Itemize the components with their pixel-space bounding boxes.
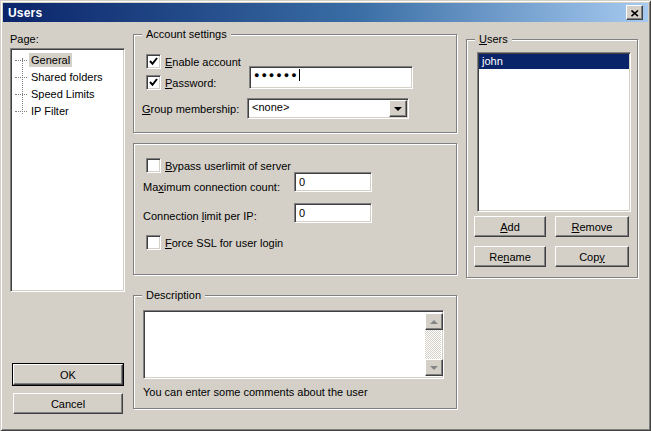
page-item-shared-folders[interactable]: Shared folders	[15, 69, 105, 85]
tree-dash-icon	[15, 94, 27, 95]
ok-button[interactable]: OK	[13, 364, 123, 385]
password-masked-value: ●●●●●●	[254, 70, 299, 80]
password-checkbox[interactable]	[146, 75, 161, 90]
page-item-general[interactable]: General	[15, 52, 72, 68]
page-item-speed-limits[interactable]: Speed Limits	[15, 86, 97, 102]
users-dialog: Users Page: General Shared folders Speed…	[0, 0, 651, 431]
description-hint: You can enter some comments about the us…	[143, 386, 368, 399]
tree-dash-icon	[15, 77, 27, 78]
force-ssl-checkbox[interactable]	[146, 235, 161, 250]
cancel-button[interactable]: Cancel	[13, 393, 123, 414]
remove-user-label: Remove	[572, 221, 613, 233]
page-label: Page:	[10, 33, 39, 46]
users-list[interactable]: john	[477, 52, 631, 212]
page-list[interactable]: General Shared folders Speed Limits IP F…	[10, 48, 125, 292]
checkmark-icon	[149, 57, 158, 66]
enable-account-checkbox[interactable]	[146, 54, 161, 69]
page-item-label: Speed Limits	[29, 87, 97, 101]
arrow-down-icon	[430, 366, 438, 370]
tree-dash-icon	[15, 60, 27, 61]
dropdown-button[interactable]	[389, 100, 407, 117]
group-membership-select[interactable]: <none>	[247, 98, 409, 119]
force-ssl-label: Force SSL for user login	[165, 237, 283, 250]
rename-user-label: Rename	[489, 251, 531, 263]
copy-user-label: Copy	[579, 251, 605, 263]
bypass-userlimit-checkbox[interactable]	[146, 158, 161, 173]
add-user-label: Add	[500, 221, 520, 233]
account-settings-group: Account settings Enable account Password…	[133, 34, 457, 133]
group-membership-value: <none>	[252, 101, 289, 114]
connection-limit-per-ip-field[interactable]	[294, 203, 372, 223]
checkmark-icon	[149, 78, 158, 87]
description-group: Description You can enter some comments …	[133, 295, 457, 409]
title-bar[interactable]: Users	[3, 3, 648, 22]
tree-dash-icon	[15, 111, 27, 112]
text-caret	[299, 69, 300, 81]
cancel-label: Cancel	[51, 398, 85, 410]
arrow-up-icon	[430, 320, 438, 324]
page-item-ip-filter[interactable]: IP Filter	[15, 103, 71, 119]
connection-settings-group: Bypass userlimit of server Maximum conne…	[133, 143, 457, 275]
connection-limit-per-ip-label: Connection limit per IP:	[143, 210, 257, 223]
account-settings-group-title: Account settings	[142, 28, 231, 41]
page-item-label: Shared folders	[29, 70, 105, 84]
rename-user-button[interactable]: Rename	[474, 246, 546, 267]
page-item-label: IP Filter	[29, 104, 71, 118]
description-group-title: Description	[142, 289, 205, 302]
description-textarea[interactable]	[143, 310, 444, 379]
bypass-userlimit-label: Bypass userlimit of server	[165, 160, 291, 173]
password-field[interactable]: ●●●●●●	[249, 66, 413, 89]
scroll-down-button[interactable]	[425, 359, 443, 376]
maximum-connection-count-label: Maximum connection count:	[143, 181, 280, 194]
add-user-button[interactable]: Add	[474, 216, 546, 237]
remove-user-button[interactable]: Remove	[555, 216, 629, 237]
close-button[interactable]	[626, 5, 643, 20]
ok-label: OK	[60, 369, 76, 381]
maximum-connection-count-field[interactable]	[294, 172, 372, 192]
close-icon	[631, 5, 639, 20]
user-name: john	[482, 55, 503, 68]
group-membership-label: Group membership:	[142, 103, 239, 116]
description-scrollbar[interactable]	[425, 313, 441, 376]
window-title: Users	[8, 6, 42, 20]
scroll-up-button[interactable]	[425, 313, 443, 330]
chevron-down-icon	[394, 107, 402, 111]
enable-account-label: Enable account	[165, 56, 241, 69]
copy-user-button[interactable]: Copy	[555, 246, 629, 267]
password-label: Password:	[165, 77, 216, 90]
users-group: Users john Add Remove Rename Copy	[466, 39, 638, 278]
user-list-item-selected[interactable]: john	[479, 54, 629, 69]
users-group-title: Users	[475, 33, 512, 46]
page-item-label: General	[29, 53, 72, 67]
